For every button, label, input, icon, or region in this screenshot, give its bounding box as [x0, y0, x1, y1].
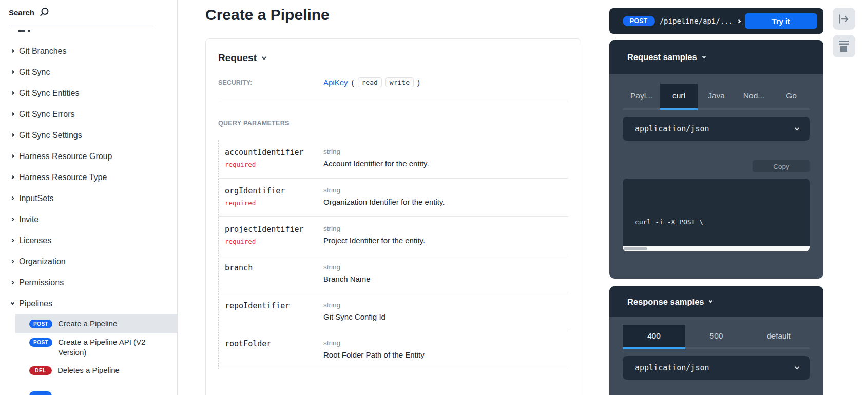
sidebar-item-permissions[interactable]: Permissions: [0, 272, 177, 293]
security-row: SECURITY: ApiKey ( read write ): [218, 77, 568, 87]
param-description: Git Sync Config Id: [323, 312, 568, 321]
open-paren: (: [352, 78, 354, 87]
sidebar-item-inputsets[interactable]: InputSets: [0, 188, 177, 209]
sidebar-item-git-sync[interactable]: Git Sync: [0, 62, 177, 83]
chevron-right-icon: [11, 133, 14, 137]
param-type: string: [323, 186, 568, 194]
sidebar-item-harness-resource-type[interactable]: Harness Resource Type: [0, 167, 177, 188]
security-value: ApiKey ( read write ): [323, 77, 420, 87]
page-title: Create a Pipeline: [205, 6, 330, 24]
tab-curl[interactable]: curl: [660, 84, 698, 108]
param-type: string: [323, 225, 568, 232]
endpoint-method-badge[interactable]: POST: [623, 16, 655, 26]
sidebar-item-pipelines[interactable]: Pipelines: [0, 293, 177, 314]
sidebar-item-git-sync-entities[interactable]: Git Sync Entities: [0, 83, 177, 104]
param-name: projectIdentifier: [225, 225, 323, 234]
search-icon: [39, 7, 49, 17]
chevron-right-icon: [11, 91, 14, 95]
clipped-method-badge[interactable]: [29, 391, 52, 395]
chevron-right-icon: [11, 154, 14, 158]
param-description: Project Identifier for the entity.: [323, 236, 568, 245]
tab-go[interactable]: Go: [773, 84, 810, 108]
sidebar-item-invite[interactable]: Invite: [0, 209, 177, 230]
sidebar-item-git-sync-settings[interactable]: Git Sync Settings: [0, 125, 177, 146]
search-control[interactable]: Search: [9, 7, 49, 17]
param-row-orgIdentifier: orgIdentifier required string Organizati…: [219, 179, 568, 217]
sidebar-item-licenses[interactable]: Licenses: [0, 230, 177, 251]
tab-default[interactable]: default: [747, 325, 810, 347]
copy-button[interactable]: Copy: [753, 160, 810, 172]
request-section-toggle[interactable]: Request: [218, 52, 266, 64]
del-method-badge: DEL: [29, 366, 52, 375]
param-description: Organization Identifier for the entity.: [323, 198, 568, 206]
code-line: curl -i -X POST \: [635, 215, 810, 229]
sidebar-item-harness-resource-group[interactable]: Harness Resource Group: [0, 146, 177, 167]
chevron-down-icon: [702, 54, 706, 58]
param-name: accountIdentifier: [225, 148, 323, 157]
sidebar-item-git-branches[interactable]: Git Branches: [0, 41, 177, 62]
clipped-nav-item[interactable]: [18, 30, 30, 32]
scope-write: write: [385, 77, 414, 87]
endpoint-path[interactable]: /pipeline/api/...: [660, 17, 733, 25]
chevron-right-icon: [11, 175, 14, 179]
chevron-right-icon: [11, 70, 14, 74]
collapse-right-icon: [838, 14, 850, 24]
param-name: rootFolder: [225, 339, 323, 348]
horizontal-scrollbar[interactable]: [623, 246, 810, 251]
post-method-badge: POST: [29, 320, 52, 328]
chevron-down-icon: [11, 301, 14, 304]
param-description: Branch Name: [323, 274, 568, 283]
sidebar-nav: Git Branches Git Sync Git Sync Entities …: [0, 41, 177, 314]
apikey-link[interactable]: ApiKey: [323, 78, 348, 87]
param-row-accountIdentifier: accountIdentifier required string Accoun…: [219, 140, 568, 179]
sidebar-item-git-sync-errors[interactable]: Git Sync Errors: [0, 104, 177, 125]
search-label: Search: [9, 8, 34, 17]
tab-track: [623, 108, 810, 110]
request-samples-tabs: Payl... curl Java Nod... Go: [623, 84, 810, 108]
collapse-panel-button[interactable]: [833, 8, 855, 30]
param-name: repoIdentifier: [225, 301, 323, 310]
security-label: SECURITY:: [218, 77, 323, 86]
sidebar-item-deletes-a-pipeline[interactable]: DEL Deletes a Pipeline: [0, 361, 177, 380]
param-row-projectIdentifier: projectIdentifier required string Projec…: [219, 217, 568, 255]
param-description: Root Folder Path of the Entity: [323, 350, 568, 359]
required-badge: required: [225, 199, 323, 207]
chevron-right-icon[interactable]: [737, 19, 741, 23]
tab-java[interactable]: Java: [698, 84, 735, 108]
param-name: branch: [225, 263, 323, 272]
tab-nodejs[interactable]: Nod...: [735, 84, 773, 108]
scrollbar-thumb[interactable]: [624, 247, 647, 250]
chevron-right-icon: [11, 49, 14, 53]
request-content-type-select[interactable]: application/json: [623, 117, 810, 141]
changelog-button[interactable]: [833, 35, 855, 57]
chevron-right-icon: [11, 239, 14, 242]
request-samples-panel: Request samples Payl... curl Java Nod...…: [609, 40, 823, 279]
tab-payload[interactable]: Payl...: [623, 84, 660, 108]
chevron-down-icon: [262, 55, 267, 60]
section-divider: [218, 101, 568, 101]
tab-500[interactable]: 500: [685, 325, 748, 347]
chevron-down-icon: [795, 126, 800, 131]
request-samples-toggle[interactable]: Request samples: [609, 40, 823, 74]
sidebar-item-create-a-pipeline-v2[interactable]: POST Create a Pipeline API (V2 Version): [0, 333, 177, 361]
pipelines-children: POST Create a Pipeline POST Create a Pip…: [0, 314, 177, 380]
chevron-down-icon: [795, 365, 800, 370]
required-badge: required: [225, 161, 323, 168]
endpoint-bar: POST /pipeline/api/... Try it: [609, 8, 823, 34]
sidebar-item-organization[interactable]: Organization: [0, 251, 177, 272]
try-it-button[interactable]: Try it: [745, 13, 817, 29]
response-samples-toggle[interactable]: Response samples: [609, 286, 823, 317]
param-row-rootFolder: rootFolder string Root Folder Path of th…: [219, 331, 568, 369]
param-name: orgIdentifier: [225, 186, 323, 195]
tab-400[interactable]: 400: [623, 325, 685, 347]
chevron-right-icon: [11, 260, 14, 263]
param-type: string: [323, 301, 568, 309]
sidebar-item-create-a-pipeline[interactable]: POST Create a Pipeline: [15, 314, 178, 333]
code-sample: curl -i -X POST \ 'https://app.harness.i…: [623, 179, 810, 251]
response-content-type-select[interactable]: application/json: [623, 356, 810, 380]
search-divider: [9, 25, 153, 25]
chevron-right-icon: [11, 218, 14, 221]
response-samples-panel: Response samples 400 500 default applica…: [609, 286, 823, 395]
chevron-right-icon: [11, 112, 14, 116]
param-row-repoIdentifier: repoIdentifier string Git Sync Config Id: [219, 293, 568, 331]
